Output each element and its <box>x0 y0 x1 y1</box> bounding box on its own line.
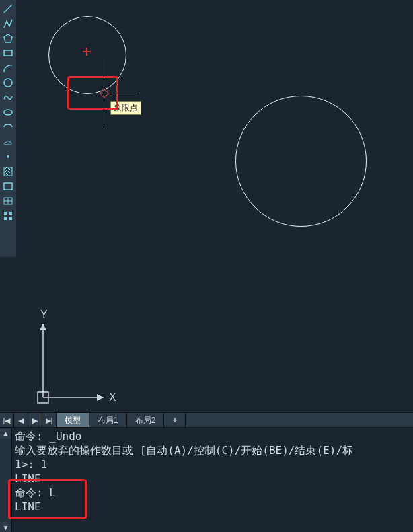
highlight-annotation <box>8 479 87 519</box>
circle-icon[interactable] <box>1 76 15 89</box>
grid-icon[interactable] <box>1 209 15 223</box>
point-icon[interactable] <box>1 150 15 163</box>
tab-scroll-last[interactable]: ▶| <box>42 413 57 428</box>
ellipse-icon[interactable] <box>1 106 15 119</box>
svg-rect-2 <box>4 50 12 56</box>
svg-rect-18 <box>9 217 12 220</box>
ucs-x-label: X <box>109 391 116 403</box>
polyline-icon[interactable] <box>1 17 15 30</box>
svg-line-0 <box>4 5 12 13</box>
tab-scroll-prev[interactable]: ◀ <box>14 413 28 428</box>
rectangle-icon[interactable] <box>1 46 15 60</box>
ellipse-arc-icon[interactable] <box>1 120 15 134</box>
svg-marker-22 <box>40 324 46 330</box>
svg-rect-15 <box>4 212 7 215</box>
tab-scroll-first[interactable]: |◀ <box>0 413 14 428</box>
tab-layout1[interactable]: 布局1 <box>89 413 127 428</box>
table-icon[interactable] <box>1 194 15 208</box>
scroll-up-icon[interactable]: ▲ <box>0 428 11 439</box>
spline-icon[interactable] <box>1 91 15 104</box>
tab-layout2[interactable]: 布局2 <box>127 413 165 428</box>
app-root: 象限点 X Y |◀ ◀ ▶ ▶| 模型 布局1 布局2 + ▲ ▼ <box>0 0 413 532</box>
ucs-y-label: Y <box>40 309 48 320</box>
draw-toolbar <box>0 0 17 257</box>
svg-rect-11 <box>4 183 12 190</box>
svg-line-10 <box>7 170 12 176</box>
tab-scroll-next[interactable]: ▶ <box>28 413 42 428</box>
region-icon[interactable] <box>1 180 15 193</box>
highlight-annotation <box>67 76 118 110</box>
hatch-icon[interactable] <box>1 165 15 178</box>
scroll-down-icon[interactable]: ▼ <box>0 522 11 532</box>
tab-model[interactable]: 模型 <box>57 413 89 428</box>
center-mark-icon <box>83 48 91 56</box>
svg-rect-16 <box>9 212 12 215</box>
ucs-icon: X Y <box>23 303 117 411</box>
cmd-line: 1>: 1 <box>15 458 47 471</box>
svg-line-8 <box>4 167 9 173</box>
svg-rect-17 <box>4 217 7 220</box>
svg-line-7 <box>4 167 7 170</box>
cmd-line: 命令: _Undo <box>15 430 81 443</box>
svg-marker-20 <box>97 394 104 401</box>
revcloud-icon[interactable] <box>1 135 15 149</box>
polygon-icon[interactable] <box>1 32 15 45</box>
svg-point-3 <box>4 79 12 87</box>
entity-circle-large[interactable] <box>235 96 367 227</box>
layout-tab-strip: |◀ ◀ ▶ ▶| 模型 布局1 布局2 + <box>0 412 413 428</box>
tab-scroll-buttons: |◀ ◀ ▶ ▶| <box>0 413 57 428</box>
svg-point-4 <box>4 110 12 115</box>
svg-marker-1 <box>4 34 12 42</box>
drawing-canvas[interactable]: 象限点 X Y <box>16 0 413 412</box>
cmd-line: 输入要放弃的操作数目或 [自动(A)/控制(C)/开始(BE)/结束(E)/标 <box>15 444 353 457</box>
line-icon[interactable] <box>1 2 15 15</box>
tab-add[interactable]: + <box>164 413 186 428</box>
svg-point-5 <box>7 155 9 158</box>
arc-icon[interactable] <box>1 61 15 75</box>
